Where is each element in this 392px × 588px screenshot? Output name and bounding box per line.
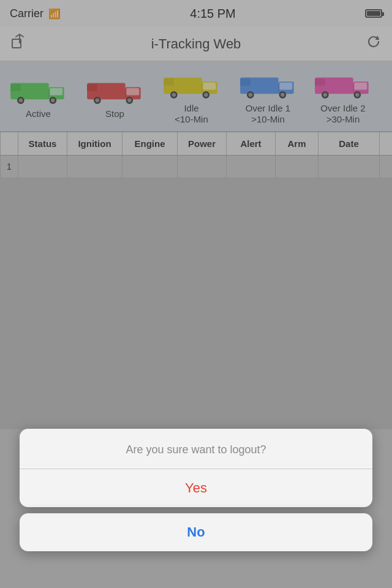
dialog-container: Are you sure want to logout? Yes No: [20, 429, 372, 551]
dialog-overlay: Are you sure want to logout? Yes No: [0, 0, 392, 588]
dialog-no-button[interactable]: No: [20, 513, 372, 551]
dialog-message: Are you sure want to logout?: [20, 429, 372, 469]
dialog-yes-button[interactable]: Yes: [20, 469, 372, 507]
dialog-no-box: No: [20, 513, 372, 551]
dialog-box: Are you sure want to logout? Yes: [20, 429, 372, 507]
